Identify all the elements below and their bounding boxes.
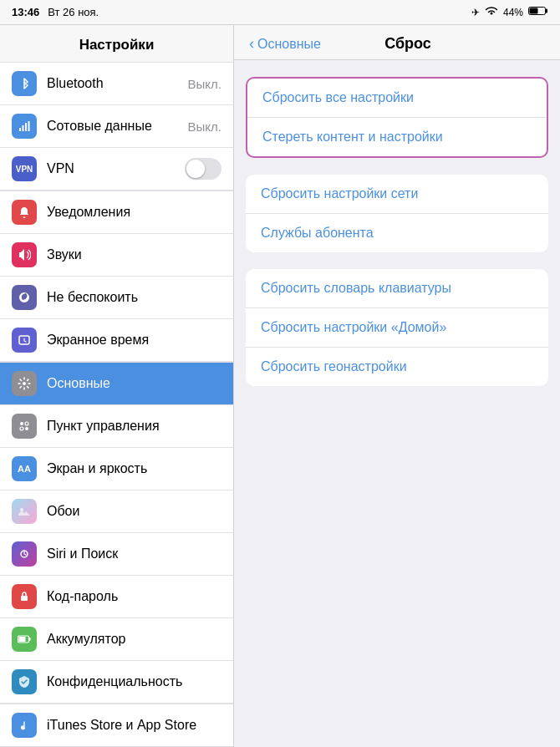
sidebar-section-connectivity: Bluetooth Выкл. Сотовые данные Выкл. VPN… xyxy=(0,62,233,191)
sidebar-section-main: Основные Пункт управления AA Экран и ярк… xyxy=(0,362,233,704)
privacy-label: Конфиденциальность xyxy=(47,674,221,689)
sidebar-item-vpn[interactable]: VPN VPN xyxy=(0,148,233,191)
svg-rect-1 xyxy=(546,9,548,13)
svg-rect-2 xyxy=(530,8,538,14)
privacy-icon xyxy=(12,669,37,694)
notifications-icon xyxy=(12,200,37,225)
back-label: Основные xyxy=(257,37,321,52)
sidebar-item-passcode[interactable]: Код-пароль xyxy=(0,576,233,618)
sidebar-item-general[interactable]: Основные xyxy=(0,362,233,405)
svg-point-20 xyxy=(22,727,24,729)
display-label: Экран и яркость xyxy=(47,461,221,476)
sidebar-item-display[interactable]: AA Экран и яркость xyxy=(0,448,233,490)
reset-group-highlighted: Сбросить все настройки Стереть контент и… xyxy=(246,77,548,158)
svg-point-8 xyxy=(23,382,26,385)
content-title: Сброс xyxy=(321,35,495,53)
reset-all-label: Сбросить все настройки xyxy=(262,90,414,104)
reset-group-keyboard: Сбросить словарь клавиатуры Сбросить нас… xyxy=(246,269,548,386)
notifications-label: Уведомления xyxy=(47,205,221,220)
sidebar-item-dnd[interactable]: Не беспокоить xyxy=(0,277,233,319)
sidebar-item-sounds[interactable]: Звуки xyxy=(0,234,233,277)
control-icon xyxy=(12,414,37,439)
wallpaper-label: Обои xyxy=(47,504,221,519)
back-button[interactable]: ‹ Основные xyxy=(249,35,321,53)
carrier-services-row[interactable]: Службы абонента xyxy=(246,214,548,252)
reset-keyboard-row[interactable]: Сбросить словарь клавиатуры xyxy=(246,269,548,308)
siri-label: Siri и Поиск xyxy=(47,546,221,562)
wallpaper-icon xyxy=(12,499,37,524)
screentime-label: Экранное время xyxy=(47,333,221,348)
reset-group-network: Сбросить настройки сети Службы абонента xyxy=(246,175,548,252)
sidebar-item-itunes[interactable]: iTunes Store и App Store xyxy=(0,704,233,747)
svg-rect-17 xyxy=(29,638,31,641)
svg-rect-18 xyxy=(19,637,26,642)
reset-location-row[interactable]: Сбросить геонастройки xyxy=(246,348,548,386)
back-chevron-icon: ‹ xyxy=(249,35,254,53)
svg-point-11 xyxy=(20,427,23,430)
sounds-label: Звуки xyxy=(47,247,221,262)
status-bar: 13:46 Вт 26 ноя. ✈ 44% xyxy=(0,0,560,25)
siri-icon xyxy=(12,541,37,567)
bluetooth-label: Bluetooth xyxy=(47,76,188,91)
general-label: Основные xyxy=(47,376,221,391)
svg-rect-6 xyxy=(28,121,30,131)
svg-rect-5 xyxy=(25,123,27,131)
svg-point-12 xyxy=(25,427,28,430)
dnd-icon xyxy=(12,285,37,310)
vpn-toggle[interactable] xyxy=(185,158,221,180)
svg-rect-3 xyxy=(19,128,21,131)
bluetooth-value: Выкл. xyxy=(188,77,221,91)
erase-all-label: Стереть контент и настройки xyxy=(262,130,443,144)
erase-all-row[interactable]: Стереть контент и настройки xyxy=(247,118,547,156)
sidebar-item-siri[interactable]: Siri и Поиск xyxy=(0,533,233,576)
content-body: Сбросить все настройки Стереть контент и… xyxy=(234,60,560,403)
battery-sidebar-icon xyxy=(12,627,37,652)
battery-label: Аккумулятор xyxy=(47,632,221,647)
bluetooth-icon xyxy=(12,71,37,96)
vpn-icon: VPN xyxy=(12,156,37,181)
control-label: Пункт управления xyxy=(47,419,221,434)
sidebar-item-bluetooth[interactable]: Bluetooth Выкл. xyxy=(0,62,233,105)
itunes-label: iTunes Store и App Store xyxy=(47,718,221,733)
svg-point-9 xyxy=(20,422,23,425)
sidebar: Настройки Bluetooth Выкл. Сотовые данные… xyxy=(0,25,234,747)
battery-icon xyxy=(528,6,548,18)
screentime-icon xyxy=(12,328,37,353)
sidebar-title: Настройки xyxy=(0,25,233,62)
reset-all-settings-row[interactable]: Сбросить все настройки xyxy=(247,79,547,118)
status-icons: ✈ 44% xyxy=(471,6,548,18)
sidebar-item-cellular[interactable]: Сотовые данные Выкл. xyxy=(0,105,233,148)
sidebar-section-bottom: iTunes Store и App Store Пароли и учетны… xyxy=(0,704,233,747)
reset-home-row[interactable]: Сбросить настройки «Домой» xyxy=(246,308,548,348)
general-icon xyxy=(12,371,37,396)
sidebar-item-notifications[interactable]: Уведомления xyxy=(0,191,233,234)
sidebar-item-privacy[interactable]: Конфиденциальность xyxy=(0,661,233,704)
cellular-icon xyxy=(12,114,37,139)
display-icon: AA xyxy=(12,456,37,481)
vpn-label: VPN xyxy=(47,161,185,176)
reset-location-label: Сбросить геонастройки xyxy=(261,359,407,374)
status-date: Вт 26 ноя. xyxy=(48,6,99,18)
reset-network-label: Сбросить настройки сети xyxy=(261,186,418,201)
cellular-label: Сотовые данные xyxy=(47,119,188,134)
svg-rect-4 xyxy=(23,125,24,131)
sidebar-item-wallpaper[interactable]: Обои xyxy=(0,490,233,533)
sidebar-item-control[interactable]: Пункт управления xyxy=(0,405,233,448)
reset-home-label: Сбросить настройки «Домой» xyxy=(261,320,446,334)
itunes-icon xyxy=(12,713,37,738)
status-time: 13:46 xyxy=(12,6,39,18)
reset-keyboard-label: Сбросить словарь клавиатуры xyxy=(261,281,451,295)
reset-network-row[interactable]: Сбросить настройки сети xyxy=(246,175,548,214)
wifi-icon xyxy=(485,6,498,18)
svg-point-10 xyxy=(25,422,28,425)
airplane-icon: ✈ xyxy=(471,7,480,18)
sidebar-item-screentime[interactable]: Экранное время xyxy=(0,319,233,362)
svg-rect-15 xyxy=(21,596,28,601)
sidebar-item-battery[interactable]: Аккумулятор xyxy=(0,618,233,661)
dnd-label: Не беспокоить xyxy=(47,290,221,305)
sounds-icon xyxy=(12,242,37,267)
sidebar-section-middle: Уведомления Звуки Не беспокоить Экранное… xyxy=(0,191,233,362)
battery-percent: 44% xyxy=(503,7,523,18)
cellular-value: Выкл. xyxy=(188,119,221,134)
content-panel: ‹ Основные Сброс Сбросить все настройки … xyxy=(234,25,560,747)
